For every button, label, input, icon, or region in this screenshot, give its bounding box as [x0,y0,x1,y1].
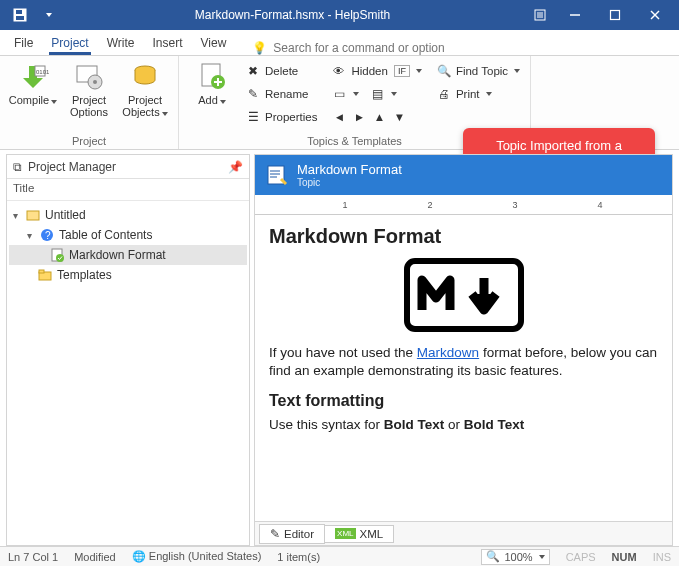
status-cursor-pos: Ln 7 Col 1 [8,551,58,563]
svg-rect-5 [611,11,620,20]
svg-rect-1 [16,10,22,14]
toc-icon: ? [39,227,55,243]
zoom-control[interactable]: 🔍100% [481,549,549,565]
doc-p2: Use this syntax for Bold Text or Bold Te… [269,416,658,434]
svg-rect-22 [39,270,44,273]
project-manager-panel: ⧉ Project Manager 📌 Title ▾Untitled ▾?Ta… [6,154,250,546]
tab-insert[interactable]: Insert [150,32,184,55]
editor-bottom-tabs: ✎Editor XMLXML [255,521,672,545]
statusbar: Ln 7 Col 1 Modified 🌐 English (United St… [0,546,679,566]
ribbon-tabs: File Project Write Insert View 💡 [0,30,679,56]
project-tree: ▾Untitled ▾?Table of Contents Markdown F… [7,201,249,289]
rename-icon: ✎ [245,86,261,102]
tree-topic-markdown-format[interactable]: Markdown Format [9,245,247,265]
find-topic-button[interactable]: 🔍Find Topic [432,60,524,82]
compile-icon: 0101 [17,60,49,92]
lightbulb-icon: 💡 [252,41,267,55]
delete-button[interactable]: ✖Delete [241,60,321,82]
svg-point-12 [93,80,97,84]
doc-p1: If you have not used the Markdown format… [269,344,658,380]
maximize-button[interactable] [595,0,635,30]
status-ins: INS [653,551,671,563]
editor-panel: Markdown Format Topic 1 2 3 4 Markdown F… [254,154,673,546]
command-search[interactable]: 💡 [252,41,669,55]
tab-view[interactable]: View [199,32,229,55]
tab-file[interactable]: File [12,32,35,55]
markdown-link[interactable]: Markdown [417,345,479,360]
find-icon: 🔍 [436,63,452,79]
page-icon: ▤ [369,86,385,102]
tab-xml[interactable]: XMLXML [325,525,394,543]
down-icon: ▼ [391,109,407,125]
group-label-project: Project [6,134,172,149]
close-button[interactable] [635,0,675,30]
tree-toc[interactable]: ▾?Table of Contents [9,225,247,245]
project-icon [25,207,41,223]
tree-templates[interactable]: Templates [9,265,247,285]
svg-text:?: ? [45,230,51,241]
rename-button[interactable]: ✎Rename [241,83,321,105]
doc-h2: Text formatting [269,392,658,410]
folder-icon [37,267,53,283]
topic-header: Markdown Format Topic [255,155,672,195]
document-area[interactable]: Markdown Format If you have not used the… [255,215,672,521]
panel-title: Project Manager [28,160,222,174]
editor-icon: ✎ [270,527,280,541]
xml-icon: XML [335,528,355,539]
search-input[interactable] [273,41,669,55]
status-caps: CAPS [566,551,596,563]
svg-rect-16 [27,211,39,220]
svg-point-20 [56,254,64,262]
status-items: 1 item(s) [277,551,320,563]
titlebar: Markdown-Format.hsmx - HelpSmith [0,0,679,30]
project-objects-button[interactable]: Project Objects [118,58,172,120]
svg-rect-2 [16,16,24,20]
delete-icon: ✖ [245,63,261,79]
options-icon [73,60,105,92]
hidden-button[interactable]: 👁Hidden IF [327,60,425,82]
status-num: NUM [612,551,637,563]
tab-write[interactable]: Write [105,32,137,55]
objects-icon [129,60,161,92]
window-title: Markdown-Format.hsmx - HelpSmith [60,8,525,22]
save-button[interactable] [8,4,32,26]
column-header-title[interactable]: Title [7,179,249,201]
minimize-button[interactable] [555,0,595,30]
doc-h1: Markdown Format [269,225,658,248]
status-modified: Modified [74,551,116,563]
project-options-button[interactable]: Project Options [62,58,116,120]
properties-icon: ☰ [245,109,261,125]
print-icon: 🖨 [436,86,452,102]
up-icon: ▲ [371,109,387,125]
status-language[interactable]: 🌐 English (United States) [132,550,262,563]
template-icon: ▭ [331,86,347,102]
qat-dropdown[interactable] [36,4,60,26]
svg-text:0101: 0101 [36,69,49,75]
markdown-logo [269,258,658,332]
tab-project[interactable]: Project [49,32,90,55]
tab-editor[interactable]: ✎Editor [259,524,325,544]
compile-button[interactable]: 0101 Compile [6,58,60,108]
right-icon: ► [351,109,367,125]
hidden-icon: 👁 [331,63,347,79]
topic-icon [49,247,65,263]
pin-icon[interactable]: 📌 [228,160,243,174]
print-button[interactable]: 🖨Print [432,83,524,105]
topic-header-icon [265,163,289,187]
add-icon [196,60,228,92]
ruler[interactable]: 1 2 3 4 [255,195,672,215]
ribbon-options-icon[interactable] [525,0,555,30]
tree-root[interactable]: ▾Untitled [9,205,247,225]
left-icon: ◄ [331,109,347,125]
ribbon-small-btn[interactable]: ▭ ▤ [327,83,425,105]
panel-icon: ⧉ [13,160,22,174]
add-button[interactable]: Add [185,58,239,108]
properties-button[interactable]: ☰Properties [241,106,321,128]
ribbon-arrow-btns[interactable]: ◄ ► ▲ ▼ [327,106,425,128]
